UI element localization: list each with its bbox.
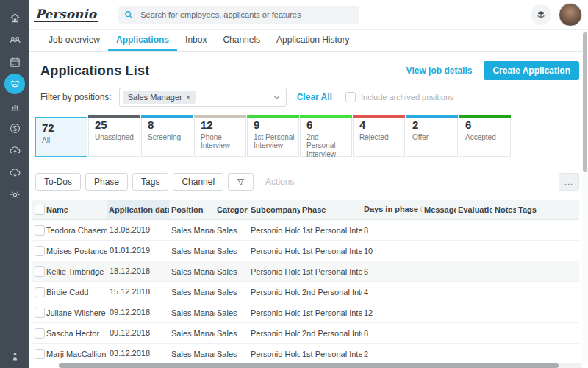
tags-button[interactable]: Tags	[132, 173, 168, 191]
cloud-upload-icon	[9, 144, 21, 157]
sidebar-item-cloud-download[interactable]	[4, 162, 25, 183]
signpost-button[interactable]	[531, 4, 551, 25]
column-header-messages[interactable]: Messages	[422, 205, 456, 214]
view-job-details-link[interactable]: View job details	[406, 66, 473, 76]
create-application-button[interactable]: Create Application	[484, 61, 579, 80]
sidebar-item-cloud-upload[interactable]	[4, 140, 25, 160]
table-row[interactable]: Kellie Timbridge18.12.2018Sales ManagerS…	[32, 261, 579, 282]
row-checkbox[interactable]	[35, 328, 45, 339]
cell-position: Sales Manager	[169, 350, 215, 358]
column-header-category[interactable]: Category	[215, 205, 248, 214]
sidebar-item-people[interactable]	[4, 29, 25, 50]
row-checkbox[interactable]	[35, 246, 45, 256]
vertical-scrollbar-thumb[interactable]	[583, 32, 587, 172]
table-row[interactable]: Birdie Cadd15.12.2018Sales ManagerSalesP…	[32, 282, 579, 302]
select-all-checkbox[interactable]	[35, 205, 45, 215]
filter-funnel-button[interactable]	[228, 173, 254, 191]
cell-subcompany: Personio Holding	[248, 247, 300, 255]
tab-inbox[interactable]: Inbox	[177, 30, 215, 51]
more-options-button[interactable]: ...	[559, 173, 579, 191]
stat-card-all[interactable]: 72All	[35, 117, 87, 157]
stat-label: Phone Interview	[201, 133, 243, 151]
sidebar-item-recruiting[interactable]	[4, 74, 25, 94]
search-icon	[124, 10, 133, 19]
stat-card-2nd-personal-interview[interactable]: 62nd Personal Interview	[300, 115, 352, 157]
row-checkbox[interactable]	[35, 287, 45, 297]
column-header-subcompany[interactable]: Subcompany	[248, 205, 300, 214]
sidebar-item-settings[interactable]	[4, 184, 25, 205]
cell-application-date: 18.12.2018	[107, 261, 169, 281]
global-search[interactable]	[118, 6, 359, 24]
table-row[interactable]: Teodora Chasemoore13.08.2019Sales Manage…	[32, 220, 579, 241]
table-row[interactable]: Marji MacCallion03.12.2018Sales ManagerS…	[32, 344, 579, 364]
search-input[interactable]	[139, 10, 354, 20]
to-dos-button[interactable]: To-Dos	[35, 173, 81, 191]
horizontal-scrollbar[interactable]	[59, 363, 582, 368]
cell-days-in-phase: 8	[362, 226, 422, 235]
sidebar-item-calendar[interactable]	[4, 52, 25, 72]
stat-count: 25	[95, 119, 137, 132]
cell-name: Teodora Chasemoore	[44, 226, 107, 235]
include-archived-checkbox[interactable]	[345, 92, 356, 102]
stat-card-accepted[interactable]: 6Accepted	[459, 115, 511, 157]
stat-color-bar	[194, 115, 246, 118]
cell-phase: 1st Personal Interview	[300, 247, 362, 255]
stat-color-bar	[141, 115, 193, 118]
actions-button[interactable]: Actions	[265, 177, 294, 187]
positions-dropdown[interactable]: Sales Manager ×	[119, 88, 287, 107]
chip-remove-icon[interactable]: ×	[186, 93, 190, 102]
app-window: Personio Job overviewApplicationsInboxCh…	[0, 0, 588, 368]
row-checkbox[interactable]	[35, 266, 45, 277]
cell-name: Kellie Timbridge	[44, 267, 107, 276]
settings-icon	[9, 188, 21, 201]
position-chip-label: Sales Manager	[128, 93, 182, 102]
column-header-phase[interactable]: Phase	[300, 205, 362, 214]
stat-card-rejected[interactable]: 4Rejected	[353, 115, 405, 157]
channel-button[interactable]: Channel	[173, 173, 223, 191]
stat-card-phone-interview[interactable]: 12Phone Interview	[194, 115, 246, 157]
phase-button[interactable]: Phase	[85, 173, 128, 191]
column-header-tags[interactable]: Tags	[516, 205, 579, 214]
tab-job-overview[interactable]: Job overview	[40, 30, 108, 51]
tab-channels[interactable]: Channels	[215, 30, 268, 51]
stat-color-bar	[300, 115, 352, 118]
applications-table: NameApplication date↓PositionCategorySub…	[32, 200, 579, 368]
stat-label: 2nd Personal Interview	[306, 133, 348, 159]
column-header-days-in-phase[interactable]: Days in phaseⓘ	[362, 205, 422, 215]
user-avatar[interactable]	[559, 3, 582, 26]
tab-application-history[interactable]: Application History	[268, 30, 357, 51]
vertical-scrollbar[interactable]	[582, 31, 588, 363]
sidebar-nav	[4, 0, 25, 205]
table-row[interactable]: Moises Postance01.01.2019Sales ManagerSa…	[32, 241, 579, 261]
stat-color-bar	[406, 115, 458, 118]
stat-card-unassigned[interactable]: 25Unassigned	[88, 115, 140, 157]
filter-label: Filter by positions:	[40, 92, 112, 102]
stat-count: 9	[254, 119, 295, 132]
stat-count: 6	[306, 119, 348, 132]
sidebar-item-home[interactable]	[4, 7, 25, 28]
column-header-evaluations[interactable]: Evaluations	[456, 205, 492, 214]
column-header-application-date[interactable]: Application date↓	[107, 200, 169, 219]
table-row[interactable]: Sascha Hector09.12.2018Sales ManagerSale…	[32, 323, 579, 344]
clear-all-link[interactable]: Clear All	[297, 92, 332, 102]
cell-position: Sales Manager	[169, 267, 215, 276]
row-checkbox[interactable]	[35, 349, 45, 359]
column-header-name[interactable]: Name	[44, 205, 107, 214]
stat-card-screening[interactable]: 8Screening	[141, 115, 193, 157]
column-header-notes[interactable]: Notes	[492, 205, 516, 214]
cell-category: Sales	[215, 308, 248, 317]
stat-card-offer[interactable]: 2Offer	[406, 115, 458, 157]
table-row[interactable]: Juliane Wilshere09.12.2018Sales ManagerS…	[32, 302, 579, 323]
support-icon[interactable]	[10, 351, 21, 362]
row-checkbox[interactable]	[35, 308, 45, 318]
personio-logo[interactable]: Personio	[34, 7, 98, 23]
cell-position: Sales Manager	[169, 288, 215, 297]
tab-applications[interactable]: Applications	[108, 30, 177, 51]
row-checkbox[interactable]	[35, 225, 45, 236]
home-icon	[9, 12, 21, 24]
sidebar-item-payroll[interactable]	[4, 118, 25, 138]
sidebar-item-reports[interactable]	[4, 96, 25, 116]
horizontal-scrollbar-thumb[interactable]	[59, 363, 559, 368]
stat-card-1st-personal-interview[interactable]: 91st Personal Interview	[247, 115, 299, 157]
column-header-position[interactable]: Position	[169, 205, 215, 214]
